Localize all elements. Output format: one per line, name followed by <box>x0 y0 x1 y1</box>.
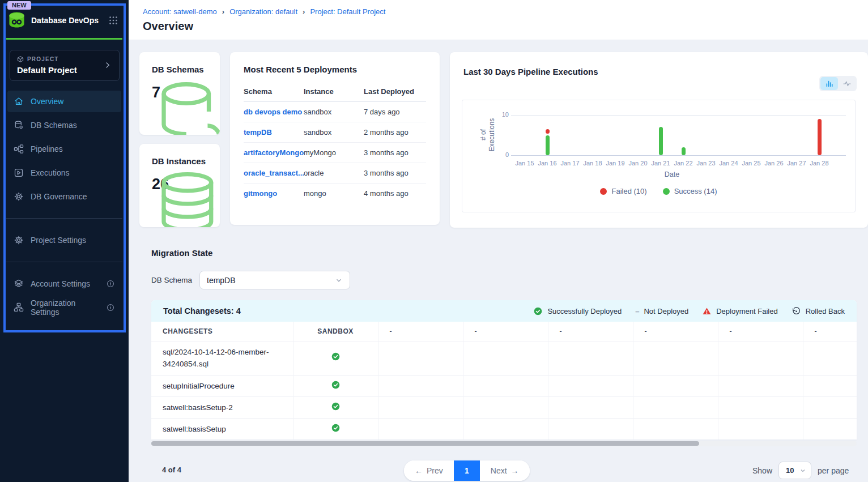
schema-link[interactable]: tempDB <box>244 128 272 137</box>
x-tick-label: Jan 24 <box>717 160 740 167</box>
bar-jan-25 <box>740 100 763 155</box>
sandbox-status-cell <box>293 396 378 418</box>
schema-link[interactable]: db devops demo <box>244 108 302 116</box>
breadcrumb-link[interactable]: Account: satwell-demo <box>143 7 217 16</box>
x-tick-label: Jan 20 <box>627 160 649 167</box>
secondary-nav: Project Settings <box>7 229 121 251</box>
sidebar-item-label: DB Schemas <box>31 121 77 130</box>
project-selector[interactable]: PROJECT Default Project <box>10 50 120 81</box>
bars <box>513 100 831 155</box>
last-deployed-cell: 4 months ago <box>364 184 426 204</box>
failed-bar-segment <box>818 119 822 155</box>
gear-icon <box>14 235 24 245</box>
rollback-icon <box>792 306 801 316</box>
info-icon[interactable] <box>106 279 115 288</box>
sidebar-divider <box>6 218 122 219</box>
empty-cell <box>633 342 718 375</box>
breadcrumb-link[interactable]: Project: Default Project <box>310 7 385 16</box>
changeset-row: setupInitialProcedure <box>151 375 857 396</box>
sidebar-item-label: Project Settings <box>31 236 86 245</box>
apps-grid-icon[interactable] <box>108 15 118 25</box>
schema-link[interactable]: oracle_transact... <box>244 169 304 177</box>
page-size-controls: Show 10 per page <box>752 462 849 479</box>
empty-cell <box>378 396 463 418</box>
page-1-button[interactable]: 1 <box>454 460 480 481</box>
x-tick-label: Jan 17 <box>559 160 581 167</box>
success-bar-segment <box>546 135 550 156</box>
breadcrumb-link[interactable]: Organization: default <box>229 7 297 16</box>
empty-cell <box>463 342 548 375</box>
deployments-table: Schema Instance Last Deployed db devops … <box>244 82 426 203</box>
sidebar-item-organization-settings[interactable]: Organization Settings <box>7 297 121 318</box>
arrow-right-icon: → <box>511 466 519 475</box>
page-size-select[interactable]: 10 <box>778 462 811 479</box>
bar-jan-16 <box>536 100 559 155</box>
failed-bar-segment <box>546 129 550 133</box>
bar-jan-28 <box>808 100 831 155</box>
deployment-row: oracle_transact...oracle3 months ago <box>244 163 426 184</box>
changeset-row: sql/2024-10-14-12-06-member-34240854.sql <box>151 342 857 375</box>
sandbox-status-cell <box>293 418 378 440</box>
empty-cell <box>718 342 803 375</box>
scrollbar-thumb[interactable] <box>151 441 699 446</box>
chart-title: Last 30 Days Pipeline Executions <box>463 67 854 76</box>
col-empty: - <box>633 322 718 342</box>
db-schema-value: tempDB <box>207 276 236 285</box>
x-axis-line <box>511 155 846 156</box>
check-circle-icon <box>331 404 341 413</box>
breadcrumb-separator: › <box>303 7 305 16</box>
empty-cell <box>803 418 857 440</box>
show-label: Show <box>752 466 772 475</box>
db-schema-select[interactable]: tempDB <box>199 271 350 289</box>
changesets-table: CHANGESETSSANDBOX------ sql/2024-10-14-1… <box>151 322 857 440</box>
app-logo-icon <box>7 11 26 29</box>
layers-icon <box>14 279 24 289</box>
line-chart-toggle[interactable] <box>838 77 856 90</box>
sidebar-item-label: Pipelines <box>31 144 63 153</box>
instance-cell: myMongo <box>304 143 364 163</box>
db-stack-icon <box>151 169 220 227</box>
chart-type-toggle <box>819 76 857 91</box>
empty-cell <box>803 396 857 418</box>
sidebar-item-executions[interactable]: Executions <box>7 162 121 184</box>
changeset-name: sql/2024-10-14-12-06-member-34240854.sql <box>151 342 293 375</box>
main-nav: OverviewDB SchemasPipelinesExecutionsDB … <box>7 91 121 207</box>
sidebar-item-db-schemas[interactable]: DB Schemas <box>7 114 121 136</box>
info-icon[interactable] <box>106 303 115 312</box>
breadcrumb-separator: › <box>222 7 224 16</box>
prev-button[interactable]: ← Prev <box>404 460 454 481</box>
x-tick-label: Jan 15 <box>513 160 536 167</box>
chevron-down-icon <box>799 467 806 474</box>
bar-jan-19 <box>604 100 627 155</box>
empty-cell <box>803 375 857 396</box>
status-legend-item: –Not Deployed <box>635 307 688 315</box>
empty-cell <box>633 375 718 396</box>
bar-jan-20 <box>627 100 649 155</box>
col-schema: Schema <box>244 82 304 102</box>
status-legend-item: Successfully Deployed <box>533 306 622 316</box>
new-badge: NEW <box>7 1 31 10</box>
tertiary-nav: Account SettingsOrganization Settings <box>7 273 121 318</box>
sidebar-item-pipelines[interactable]: Pipelines <box>7 138 121 160</box>
sidebar-item-project-settings[interactable]: Project Settings <box>7 229 121 251</box>
empty-cell <box>548 418 633 440</box>
col-empty: - <box>463 322 548 342</box>
db-schema-label: DB Schema <box>151 276 192 284</box>
sidebar-item-account-settings[interactable]: Account Settings <box>7 273 121 295</box>
empty-cell <box>378 418 463 440</box>
recent-deployments-card: Most Recent 5 Deployments Schema Instanc… <box>230 52 440 225</box>
main-area: Account: satwell-demo›Organization: defa… <box>129 0 868 482</box>
schema-link[interactable]: artifactoryMongo <box>244 148 304 157</box>
arrow-left-icon: ← <box>415 466 423 475</box>
schema-link[interactable]: gitmongo <box>244 189 277 198</box>
x-tick-label: Jan 23 <box>695 160 717 167</box>
sidebar-item-overview[interactable]: Overview <box>7 91 121 112</box>
empty-cell <box>378 375 463 396</box>
next-button[interactable]: Next → <box>480 460 530 481</box>
bar-jan-17 <box>559 100 581 155</box>
changeset-name: satwell:basisSetup-2 <box>151 396 293 418</box>
col-last-deployed: Last Deployed <box>364 82 426 102</box>
sidebar-item-db-governance[interactable]: DB Governance <box>7 186 121 207</box>
home-icon <box>14 96 24 106</box>
bar-chart-toggle[interactable] <box>820 77 838 90</box>
